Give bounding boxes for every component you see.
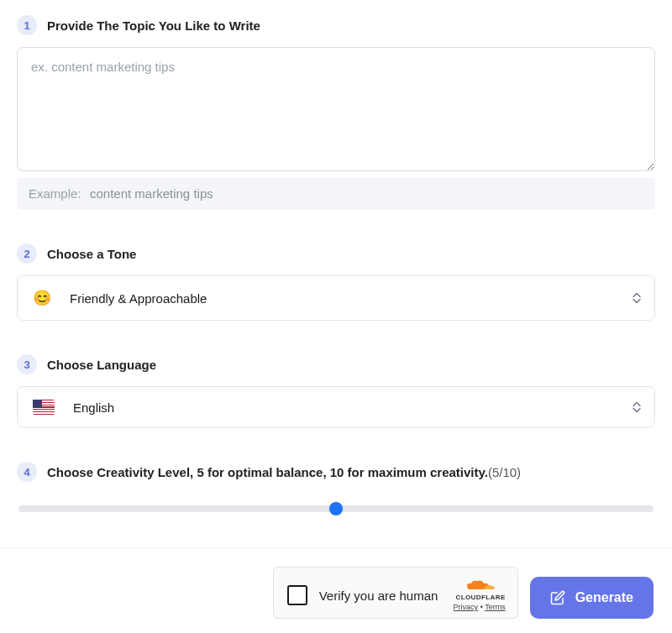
step-3-label: Choose Language xyxy=(47,358,156,372)
step-2-header: 2 Choose a Tone xyxy=(17,243,655,264)
step-badge-3: 3 xyxy=(17,354,37,374)
example-bar: Example: content marketing tips xyxy=(17,178,655,210)
us-flag-icon xyxy=(33,400,55,415)
example-label: Example: xyxy=(29,186,81,201)
chevron-up-down-icon xyxy=(633,402,641,413)
generate-button-label: Generate xyxy=(575,590,633,605)
captcha-links: Privacy • Terms xyxy=(454,603,506,611)
step-badge-2: 2 xyxy=(17,243,37,264)
captcha-privacy-link[interactable]: Privacy xyxy=(454,603,479,611)
captcha-widget: Verify you are human CLOUDFLARE Privacy … xyxy=(273,567,518,619)
language-selected-value: English xyxy=(73,400,114,415)
smile-emoji-icon: 😊 xyxy=(33,289,51,307)
step-badge-1: 1 xyxy=(17,15,37,35)
tone-selected-value: Friendly & Approachable xyxy=(70,291,207,306)
creativity-slider[interactable] xyxy=(18,505,654,512)
topic-textarea[interactable] xyxy=(17,47,655,171)
cloudflare-logo-icon: CLOUDFLARE xyxy=(456,579,506,601)
creativity-current-value: (5/10) xyxy=(488,465,521,479)
language-select[interactable]: English xyxy=(17,386,655,428)
captcha-terms-link[interactable]: Terms xyxy=(485,603,506,611)
captcha-checkbox[interactable] xyxy=(287,585,307,605)
step-4-header: 4 Choose Creativity Level, 5 for optimal… xyxy=(17,462,655,482)
step-3-header: 3 Choose Language xyxy=(17,354,655,374)
chevron-up-down-icon xyxy=(633,293,641,304)
step-1-header: 1 Provide The Topic You Like to Write xyxy=(17,15,655,35)
tone-select[interactable]: 😊 Friendly & Approachable xyxy=(17,275,655,321)
step-4-label: Choose Creativity Level, 5 for optimal b… xyxy=(47,465,521,479)
edit-icon xyxy=(550,590,565,605)
step-1-label: Provide The Topic You Like to Write xyxy=(47,18,260,33)
captcha-text: Verify you are human xyxy=(319,589,442,603)
step-badge-4: 4 xyxy=(17,462,37,482)
example-value: content marketing tips xyxy=(90,186,213,201)
generate-button[interactable]: Generate xyxy=(530,577,654,619)
step-2-label: Choose a Tone xyxy=(47,247,136,261)
